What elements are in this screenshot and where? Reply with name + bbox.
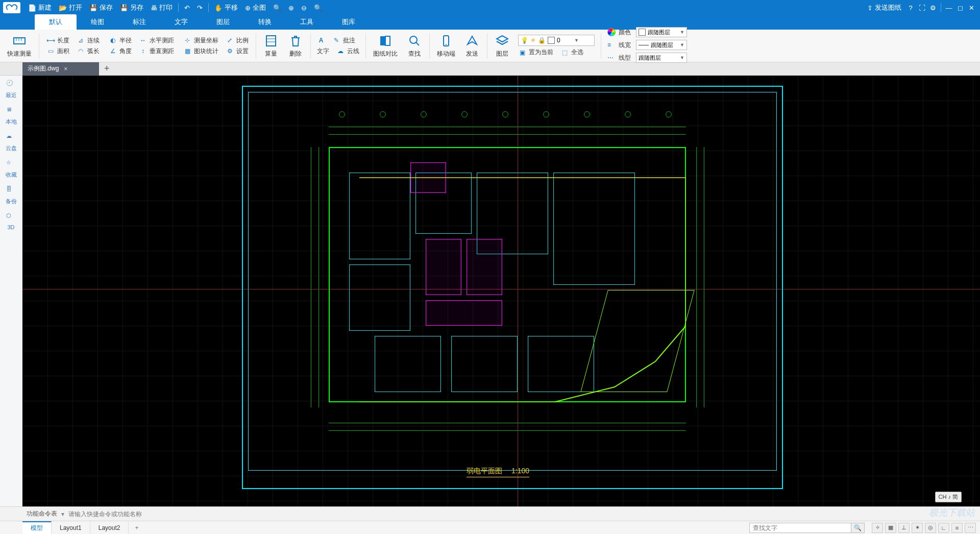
search-input[interactable] bbox=[749, 523, 851, 533]
mobile-icon bbox=[438, 33, 454, 48]
send-drawing-button[interactable]: ⇪发送图纸 bbox=[864, 3, 905, 12]
undo-button[interactable]: ↶ bbox=[181, 4, 193, 12]
zoom-realtime-icon: 🔍 bbox=[314, 4, 322, 12]
send-button[interactable]: 发送 bbox=[460, 33, 484, 58]
sidebar-cloud[interactable]: ☁云盘 bbox=[6, 133, 17, 152]
misc-toggle[interactable]: ⋯ bbox=[965, 523, 976, 533]
fullscreen-button[interactable]: ⛶ bbox=[916, 4, 927, 12]
new-button[interactable]: 📄新建 bbox=[24, 3, 55, 12]
layout-tab-1[interactable]: Layout1 bbox=[52, 521, 90, 534]
search-button[interactable]: 🔍 bbox=[851, 523, 865, 533]
cloud-button[interactable]: ☁云线 bbox=[336, 47, 359, 56]
sidebar-backup[interactable]: 🗄备份 bbox=[6, 186, 17, 205]
linetype-select[interactable]: 跟随图层▼ bbox=[636, 53, 687, 63]
redo-button[interactable]: ↷ bbox=[193, 4, 206, 12]
tab-default[interactable]: 默认 bbox=[35, 14, 77, 30]
command-label: 功能命令表 bbox=[27, 509, 57, 518]
pan-button[interactable]: ✋平移 bbox=[211, 3, 241, 12]
ortho-toggle[interactable]: ⊥ bbox=[898, 523, 910, 533]
status-bar: 模型 Layout1 Layout2 + 🔍 ✧ ▦ ⊥ ✶ ◎ ∟ ≡ ⋯ bbox=[0, 521, 980, 534]
scale-icon: ⤢ bbox=[226, 36, 234, 44]
close-button[interactable]: ✕ bbox=[966, 4, 977, 12]
tab-draw[interactable]: 绘图 bbox=[77, 14, 118, 30]
tab-layers[interactable]: 图层 bbox=[202, 14, 244, 30]
set-current-icon: ▣ bbox=[518, 48, 526, 57]
continuous-button[interactable]: ⊿连续 bbox=[77, 36, 100, 45]
maximize-button[interactable]: ◻ bbox=[954, 4, 966, 12]
tab-library[interactable]: 图库 bbox=[328, 14, 370, 30]
calc-button[interactable]: 算量 bbox=[259, 33, 283, 58]
add-layout-button[interactable]: + bbox=[129, 521, 144, 534]
compare-icon bbox=[378, 33, 393, 48]
command-input[interactable] bbox=[68, 511, 324, 518]
set-current-button[interactable]: ▣置为当前 bbox=[518, 48, 553, 57]
vdist-button[interactable]: ↕垂直测距 bbox=[139, 47, 174, 56]
color-select[interactable]: 跟随图层▼ bbox=[636, 27, 687, 37]
add-tab-button[interactable]: + bbox=[99, 63, 115, 74]
lineweight-select[interactable]: 跟随图层▼ bbox=[636, 40, 687, 50]
lineweight-toggle[interactable]: ≡ bbox=[951, 523, 963, 533]
zoom-window-button[interactable]: 🔍 bbox=[270, 4, 285, 12]
otrack-toggle[interactable]: ∟ bbox=[938, 523, 949, 533]
osnap-toggle[interactable]: ◎ bbox=[925, 523, 936, 533]
help-button[interactable]: ? bbox=[905, 4, 916, 12]
mobile-button[interactable]: 移动端 bbox=[433, 33, 459, 58]
select-all-button[interactable]: ⬚全选 bbox=[560, 48, 583, 57]
layout-tab-2[interactable]: Layout2 bbox=[90, 521, 129, 534]
zoom-out-button[interactable]: ⊖ bbox=[298, 4, 310, 12]
chevron-down-icon[interactable]: ▾ bbox=[61, 511, 64, 518]
angle-button[interactable]: ∠角度 bbox=[109, 47, 132, 56]
sidebar-3d[interactable]: ⬡3D bbox=[6, 212, 16, 230]
radius-button[interactable]: ◐半径 bbox=[109, 36, 132, 45]
length-button[interactable]: ⟷长度 bbox=[46, 36, 69, 45]
tab-convert[interactable]: 转换 bbox=[244, 14, 286, 30]
delete-button[interactable]: 删除 bbox=[284, 33, 307, 58]
scale-button[interactable]: ⤢比例 bbox=[226, 36, 249, 45]
text2-button[interactable]: 文字 bbox=[317, 47, 329, 56]
sidebar-local[interactable]: 🖥本地 bbox=[6, 106, 17, 126]
help-icon: ? bbox=[909, 4, 912, 12]
sidebar-recent[interactable]: 🕘最近 bbox=[6, 80, 17, 99]
close-tab-button[interactable]: × bbox=[64, 65, 67, 72]
hdist-icon: ↔ bbox=[139, 36, 147, 44]
settings-button[interactable]: ⚙ bbox=[927, 4, 939, 12]
hdist-button[interactable]: ↔水平测距 bbox=[139, 36, 174, 45]
lineweight-icon: ≡ bbox=[607, 41, 616, 48]
quick-measure-button[interactable]: 快速测量 bbox=[3, 33, 36, 58]
save-as-button[interactable]: 💾另存 bbox=[116, 3, 147, 12]
tab-annotate[interactable]: 标注 bbox=[118, 14, 160, 30]
snap-toggle[interactable]: ✧ bbox=[872, 523, 883, 533]
grid-toggle[interactable]: ▦ bbox=[885, 523, 896, 533]
layout-tab-model[interactable]: 模型 bbox=[22, 521, 52, 534]
layers-button[interactable]: 图层 bbox=[491, 33, 514, 58]
polar-toggle[interactable]: ✶ bbox=[912, 523, 923, 533]
save-button[interactable]: 💾保存 bbox=[86, 3, 116, 12]
annotate-button[interactable]: ✎批注 bbox=[332, 36, 355, 45]
zoom-extents-button[interactable]: ⊕全图 bbox=[241, 3, 270, 12]
minimize-button[interactable]: — bbox=[943, 4, 954, 12]
text-icon: A bbox=[317, 36, 325, 44]
area-button[interactable]: ▭面积 bbox=[46, 47, 69, 56]
find-button[interactable]: 查找 bbox=[403, 33, 426, 58]
svg-rect-4 bbox=[266, 36, 276, 46]
text-button[interactable]: A bbox=[317, 36, 325, 45]
zoom-realtime-button[interactable]: 🔍 bbox=[310, 4, 326, 12]
angle-icon: ∠ bbox=[109, 47, 117, 55]
drawing-canvas[interactable]: 弱电平面图 1:100 CH ♪ 简 bbox=[22, 76, 980, 506]
sidebar-fav[interactable]: ☆收藏 bbox=[6, 159, 17, 179]
open-button[interactable]: 📂打开 bbox=[55, 3, 86, 12]
arc-button[interactable]: ◠弧长 bbox=[77, 47, 100, 56]
zoom-in-button[interactable]: ⊕ bbox=[285, 4, 298, 12]
layer-name-input[interactable] bbox=[557, 37, 572, 44]
tab-text[interactable]: 文字 bbox=[160, 14, 202, 30]
compare-button[interactable]: 图纸对比 bbox=[369, 33, 402, 58]
layer-combo[interactable]: 💡 ☀ 🔒 ▼ bbox=[518, 35, 595, 46]
star-icon: ☆ bbox=[6, 159, 16, 169]
color-wheel-icon bbox=[607, 28, 616, 36]
block-stat-button[interactable]: ▦图块统计 bbox=[183, 47, 218, 56]
print-button[interactable]: 🖶打印 bbox=[147, 3, 176, 12]
settings-measure-button[interactable]: ⚙设置 bbox=[226, 47, 249, 56]
document-tab[interactable]: 示例图.dwg × bbox=[22, 62, 99, 76]
coord-button[interactable]: ⊹测量坐标 bbox=[183, 36, 218, 45]
tab-tools[interactable]: 工具 bbox=[286, 14, 328, 30]
